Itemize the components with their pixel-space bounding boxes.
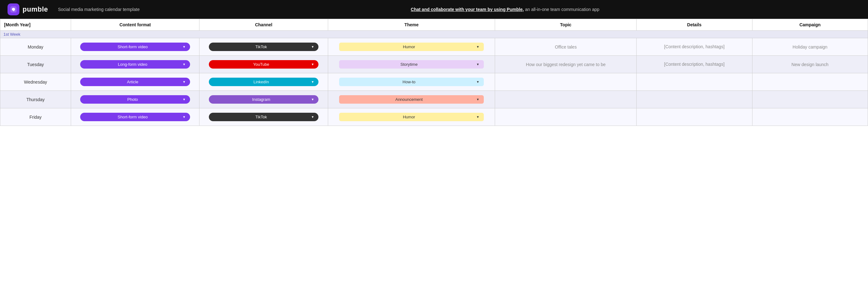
details-cell: [Content description, hashtags] xyxy=(637,56,752,73)
campaign-cell xyxy=(752,91,868,108)
channel-cell: Instagram▼ xyxy=(199,91,328,108)
pumble-logo-icon xyxy=(7,3,20,16)
channel-cell: TikTok▼ xyxy=(199,108,328,126)
content-format-cell: Long-form video▼ xyxy=(71,56,199,73)
calendar-table-wrapper: [Month Year] Content format Channel Them… xyxy=(0,19,868,126)
col-header-content: Content format xyxy=(71,19,199,31)
dropdown-arrow-icon: ▼ xyxy=(311,98,314,101)
day-cell: Wednesday xyxy=(0,73,71,91)
content-format-cell: Short-form video▼ xyxy=(71,108,199,126)
campaign-cell xyxy=(752,73,868,91)
channel-pill[interactable]: Instagram▼ xyxy=(209,95,319,104)
details-cell xyxy=(637,108,752,126)
channel-cell: YouTube▼ xyxy=(199,56,328,73)
header-title: Social media marketing calendar template xyxy=(58,7,140,12)
topic-cell: How our biggest redesign yet came to be xyxy=(495,56,637,73)
channel-cell: LinkedIn▼ xyxy=(199,73,328,91)
week-label: 1st Week xyxy=(0,31,868,38)
channel-pill[interactable]: TikTok▼ xyxy=(209,42,319,51)
theme-cell: How-to▼ xyxy=(328,73,495,91)
content-format-pill[interactable]: Long-form video▼ xyxy=(80,60,190,68)
dropdown-arrow-icon: ▼ xyxy=(183,45,186,49)
dropdown-arrow-icon: ▼ xyxy=(183,98,186,101)
theme-cell: Storytime▼ xyxy=(328,56,495,73)
channel-pill[interactable]: LinkedIn▼ xyxy=(209,78,319,86)
table-header: [Month Year] Content format Channel Them… xyxy=(0,19,868,31)
dropdown-arrow-icon: ▼ xyxy=(311,45,314,49)
dropdown-arrow-icon: ▼ xyxy=(183,80,186,84)
theme-pill[interactable]: Announcement▼ xyxy=(339,95,484,104)
dropdown-arrow-icon: ▼ xyxy=(311,63,314,66)
topic-cell xyxy=(495,108,637,126)
campaign-cell: New design launch xyxy=(752,56,868,73)
campaign-cell xyxy=(752,108,868,126)
cta-rest: an all-in-one team communication app xyxy=(524,7,599,12)
content-format-cell: Short-form video▼ xyxy=(71,38,199,56)
dropdown-arrow-icon: ▼ xyxy=(476,80,479,84)
dropdown-arrow-icon: ▼ xyxy=(476,45,479,49)
theme-cell: Humor▼ xyxy=(328,38,495,56)
dropdown-arrow-icon: ▼ xyxy=(311,80,314,84)
content-format-pill[interactable]: Article▼ xyxy=(80,78,190,86)
dropdown-arrow-icon: ▼ xyxy=(476,63,479,66)
header-cta: Chat and collaborate with your team by u… xyxy=(150,7,861,12)
theme-cell: Humor▼ xyxy=(328,108,495,126)
channel-pill[interactable]: YouTube▼ xyxy=(209,60,319,68)
details-cell xyxy=(637,73,752,91)
logo-text: pumble xyxy=(23,5,48,13)
dropdown-arrow-icon: ▼ xyxy=(476,115,479,119)
dropdown-arrow-icon: ▼ xyxy=(311,115,314,119)
day-cell: Thursday xyxy=(0,91,71,108)
calendar-table: [Month Year] Content format Channel Them… xyxy=(0,19,868,126)
content-format-cell: Photo▼ xyxy=(71,91,199,108)
details-cell: [Content description, hashtags] xyxy=(637,38,752,56)
table-row: WednesdayArticle▼LinkedIn▼How-to▼ xyxy=(0,73,868,91)
dropdown-arrow-icon: ▼ xyxy=(183,63,186,66)
topic-cell: Office tales xyxy=(495,38,637,56)
table-body: 1st Week MondayShort-form video▼TikTok▼H… xyxy=(0,31,868,126)
theme-pill[interactable]: Humor▼ xyxy=(339,42,484,51)
details-cell xyxy=(637,91,752,108)
week-row-1: 1st Week xyxy=(0,31,868,38)
col-header-topic: Topic xyxy=(495,19,637,31)
dropdown-arrow-icon: ▼ xyxy=(476,98,479,101)
theme-cell: Announcement▼ xyxy=(328,91,495,108)
col-header-month: [Month Year] xyxy=(0,19,71,31)
table-row: ThursdayPhoto▼Instagram▼Announcement▼ xyxy=(0,91,868,108)
topic-cell xyxy=(495,73,637,91)
dropdown-arrow-icon: ▼ xyxy=(183,115,186,119)
topic-cell xyxy=(495,91,637,108)
col-header-campaign: Campaign xyxy=(752,19,868,31)
content-format-pill[interactable]: Short-form video▼ xyxy=(80,42,190,51)
table-row: FridayShort-form video▼TikTok▼Humor▼ xyxy=(0,108,868,126)
channel-cell: TikTok▼ xyxy=(199,38,328,56)
logo-area: pumble xyxy=(7,3,48,16)
theme-pill[interactable]: Storytime▼ xyxy=(339,60,484,68)
table-row: MondayShort-form video▼TikTok▼Humor▼Offi… xyxy=(0,38,868,56)
cta-link[interactable]: Chat and collaborate with your team by u… xyxy=(411,7,524,12)
content-format-cell: Article▼ xyxy=(71,73,199,91)
col-header-theme: Theme xyxy=(328,19,495,31)
col-header-channel: Channel xyxy=(199,19,328,31)
day-cell: Monday xyxy=(0,38,71,56)
day-cell: Friday xyxy=(0,108,71,126)
table-row: TuesdayLong-form video▼YouTube▼Storytime… xyxy=(0,56,868,73)
col-header-details: Details xyxy=(637,19,752,31)
content-format-pill[interactable]: Photo▼ xyxy=(80,95,190,104)
day-cell: Tuesday xyxy=(0,56,71,73)
channel-pill[interactable]: TikTok▼ xyxy=(209,113,319,121)
theme-pill[interactable]: How-to▼ xyxy=(339,78,484,86)
theme-pill[interactable]: Humor▼ xyxy=(339,113,484,121)
campaign-cell: Holiday campaign xyxy=(752,38,868,56)
app-header: pumble Social media marketing calendar t… xyxy=(0,0,868,19)
content-format-pill[interactable]: Short-form video▼ xyxy=(80,113,190,121)
